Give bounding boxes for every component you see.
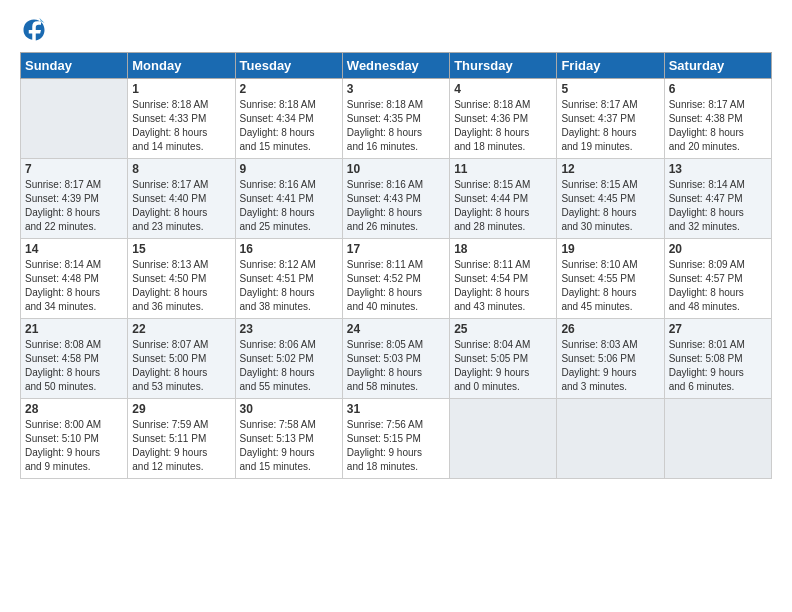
- cell-info: Sunrise: 8:12 AMSunset: 4:51 PMDaylight:…: [240, 258, 338, 314]
- cell-info: Sunrise: 8:01 AMSunset: 5:08 PMDaylight:…: [669, 338, 767, 394]
- day-number: 28: [25, 402, 123, 416]
- day-number: 4: [454, 82, 552, 96]
- calendar-cell: 5Sunrise: 8:17 AMSunset: 4:37 PMDaylight…: [557, 79, 664, 159]
- cell-info: Sunrise: 8:17 AMSunset: 4:37 PMDaylight:…: [561, 98, 659, 154]
- weekday-header: Tuesday: [235, 53, 342, 79]
- day-number: 11: [454, 162, 552, 176]
- calendar-cell: 28Sunrise: 8:00 AMSunset: 5:10 PMDayligh…: [21, 399, 128, 479]
- weekday-header: Monday: [128, 53, 235, 79]
- weekday-header: Thursday: [450, 53, 557, 79]
- day-number: 16: [240, 242, 338, 256]
- cell-info: Sunrise: 7:58 AMSunset: 5:13 PMDaylight:…: [240, 418, 338, 474]
- weekday-header: Friday: [557, 53, 664, 79]
- calendar-header: SundayMondayTuesdayWednesdayThursdayFrid…: [21, 53, 772, 79]
- cell-info: Sunrise: 8:16 AMSunset: 4:41 PMDaylight:…: [240, 178, 338, 234]
- header: [20, 16, 772, 44]
- calendar-cell: 16Sunrise: 8:12 AMSunset: 4:51 PMDayligh…: [235, 239, 342, 319]
- cell-info: Sunrise: 8:05 AMSunset: 5:03 PMDaylight:…: [347, 338, 445, 394]
- calendar-cell: 26Sunrise: 8:03 AMSunset: 5:06 PMDayligh…: [557, 319, 664, 399]
- cell-info: Sunrise: 8:17 AMSunset: 4:39 PMDaylight:…: [25, 178, 123, 234]
- day-number: 2: [240, 82, 338, 96]
- calendar-cell: 19Sunrise: 8:10 AMSunset: 4:55 PMDayligh…: [557, 239, 664, 319]
- cell-info: Sunrise: 8:14 AMSunset: 4:47 PMDaylight:…: [669, 178, 767, 234]
- day-number: 8: [132, 162, 230, 176]
- day-number: 18: [454, 242, 552, 256]
- day-number: 29: [132, 402, 230, 416]
- calendar-cell: 11Sunrise: 8:15 AMSunset: 4:44 PMDayligh…: [450, 159, 557, 239]
- calendar-week-row: 14Sunrise: 8:14 AMSunset: 4:48 PMDayligh…: [21, 239, 772, 319]
- weekday-header: Wednesday: [342, 53, 449, 79]
- calendar-cell: 22Sunrise: 8:07 AMSunset: 5:00 PMDayligh…: [128, 319, 235, 399]
- day-number: 24: [347, 322, 445, 336]
- calendar-cell: 8Sunrise: 8:17 AMSunset: 4:40 PMDaylight…: [128, 159, 235, 239]
- calendar-cell: 1Sunrise: 8:18 AMSunset: 4:33 PMDaylight…: [128, 79, 235, 159]
- logo-icon: [20, 16, 48, 44]
- calendar-week-row: 28Sunrise: 8:00 AMSunset: 5:10 PMDayligh…: [21, 399, 772, 479]
- weekday-header: Sunday: [21, 53, 128, 79]
- calendar-cell: 7Sunrise: 8:17 AMSunset: 4:39 PMDaylight…: [21, 159, 128, 239]
- cell-info: Sunrise: 8:16 AMSunset: 4:43 PMDaylight:…: [347, 178, 445, 234]
- day-number: 12: [561, 162, 659, 176]
- cell-info: Sunrise: 8:13 AMSunset: 4:50 PMDaylight:…: [132, 258, 230, 314]
- calendar-cell: 12Sunrise: 8:15 AMSunset: 4:45 PMDayligh…: [557, 159, 664, 239]
- cell-info: Sunrise: 8:00 AMSunset: 5:10 PMDaylight:…: [25, 418, 123, 474]
- calendar-cell: 18Sunrise: 8:11 AMSunset: 4:54 PMDayligh…: [450, 239, 557, 319]
- weekday-header: Saturday: [664, 53, 771, 79]
- calendar-cell: 3Sunrise: 8:18 AMSunset: 4:35 PMDaylight…: [342, 79, 449, 159]
- day-number: 25: [454, 322, 552, 336]
- cell-info: Sunrise: 8:11 AMSunset: 4:54 PMDaylight:…: [454, 258, 552, 314]
- cell-info: Sunrise: 8:17 AMSunset: 4:38 PMDaylight:…: [669, 98, 767, 154]
- calendar-cell: 21Sunrise: 8:08 AMSunset: 4:58 PMDayligh…: [21, 319, 128, 399]
- weekday-row: SundayMondayTuesdayWednesdayThursdayFrid…: [21, 53, 772, 79]
- calendar-cell: 31Sunrise: 7:56 AMSunset: 5:15 PMDayligh…: [342, 399, 449, 479]
- day-number: 31: [347, 402, 445, 416]
- day-number: 26: [561, 322, 659, 336]
- cell-info: Sunrise: 7:59 AMSunset: 5:11 PMDaylight:…: [132, 418, 230, 474]
- cell-info: Sunrise: 8:18 AMSunset: 4:35 PMDaylight:…: [347, 98, 445, 154]
- day-number: 9: [240, 162, 338, 176]
- calendar-cell: 14Sunrise: 8:14 AMSunset: 4:48 PMDayligh…: [21, 239, 128, 319]
- calendar-week-row: 21Sunrise: 8:08 AMSunset: 4:58 PMDayligh…: [21, 319, 772, 399]
- calendar-cell: [664, 399, 771, 479]
- calendar-cell: [21, 79, 128, 159]
- day-number: 20: [669, 242, 767, 256]
- calendar-body: 1Sunrise: 8:18 AMSunset: 4:33 PMDaylight…: [21, 79, 772, 479]
- day-number: 14: [25, 242, 123, 256]
- cell-info: Sunrise: 8:18 AMSunset: 4:34 PMDaylight:…: [240, 98, 338, 154]
- cell-info: Sunrise: 8:15 AMSunset: 4:44 PMDaylight:…: [454, 178, 552, 234]
- cell-info: Sunrise: 7:56 AMSunset: 5:15 PMDaylight:…: [347, 418, 445, 474]
- calendar-cell: 20Sunrise: 8:09 AMSunset: 4:57 PMDayligh…: [664, 239, 771, 319]
- calendar-cell: 15Sunrise: 8:13 AMSunset: 4:50 PMDayligh…: [128, 239, 235, 319]
- day-number: 6: [669, 82, 767, 96]
- day-number: 7: [25, 162, 123, 176]
- day-number: 22: [132, 322, 230, 336]
- cell-info: Sunrise: 8:06 AMSunset: 5:02 PMDaylight:…: [240, 338, 338, 394]
- calendar-table: SundayMondayTuesdayWednesdayThursdayFrid…: [20, 52, 772, 479]
- calendar-cell: 23Sunrise: 8:06 AMSunset: 5:02 PMDayligh…: [235, 319, 342, 399]
- calendar-cell: 25Sunrise: 8:04 AMSunset: 5:05 PMDayligh…: [450, 319, 557, 399]
- logo: [20, 16, 52, 44]
- day-number: 10: [347, 162, 445, 176]
- calendar-cell: 10Sunrise: 8:16 AMSunset: 4:43 PMDayligh…: [342, 159, 449, 239]
- page-container: SundayMondayTuesdayWednesdayThursdayFrid…: [0, 0, 792, 612]
- day-number: 30: [240, 402, 338, 416]
- day-number: 27: [669, 322, 767, 336]
- day-number: 15: [132, 242, 230, 256]
- day-number: 5: [561, 82, 659, 96]
- day-number: 13: [669, 162, 767, 176]
- calendar-cell: 24Sunrise: 8:05 AMSunset: 5:03 PMDayligh…: [342, 319, 449, 399]
- day-number: 3: [347, 82, 445, 96]
- calendar-cell: 13Sunrise: 8:14 AMSunset: 4:47 PMDayligh…: [664, 159, 771, 239]
- day-number: 19: [561, 242, 659, 256]
- cell-info: Sunrise: 8:14 AMSunset: 4:48 PMDaylight:…: [25, 258, 123, 314]
- calendar-cell: 4Sunrise: 8:18 AMSunset: 4:36 PMDaylight…: [450, 79, 557, 159]
- day-number: 21: [25, 322, 123, 336]
- cell-info: Sunrise: 8:18 AMSunset: 4:33 PMDaylight:…: [132, 98, 230, 154]
- calendar-cell: 30Sunrise: 7:58 AMSunset: 5:13 PMDayligh…: [235, 399, 342, 479]
- calendar-cell: [557, 399, 664, 479]
- cell-info: Sunrise: 8:09 AMSunset: 4:57 PMDaylight:…: [669, 258, 767, 314]
- cell-info: Sunrise: 8:11 AMSunset: 4:52 PMDaylight:…: [347, 258, 445, 314]
- cell-info: Sunrise: 8:15 AMSunset: 4:45 PMDaylight:…: [561, 178, 659, 234]
- day-number: 23: [240, 322, 338, 336]
- cell-info: Sunrise: 8:04 AMSunset: 5:05 PMDaylight:…: [454, 338, 552, 394]
